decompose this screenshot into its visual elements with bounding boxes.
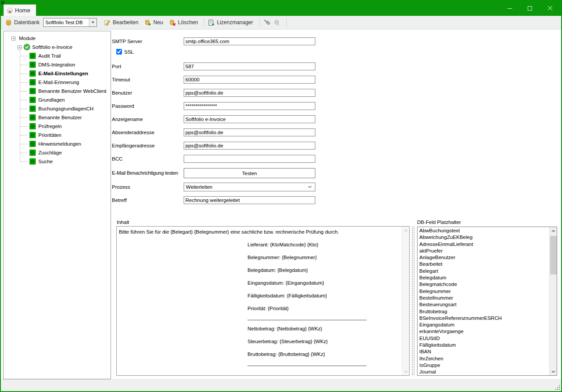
tree-item-e-mail-erinnerung[interactable]: E-Mail-Erinnerung bbox=[4, 78, 111, 87]
globe-button[interactable] bbox=[274, 19, 280, 26]
settings-form: SMTP Server SSL Port Timeout Benutzer Pa… bbox=[112, 30, 562, 379]
license-icon bbox=[208, 19, 214, 26]
list-item[interactable]: Belegmatchcode bbox=[418, 281, 549, 288]
tree-children: Audit TrailDMS-IntegrationE-Mail-Einstel… bbox=[4, 51, 111, 166]
list-item[interactable]: EUUStID bbox=[418, 335, 549, 342]
list-item[interactable]: AbweichungZuEKBeleg bbox=[418, 234, 549, 241]
chevron-down-icon bbox=[92, 22, 94, 23]
list-item[interactable]: Fälligkeitsdatum bbox=[418, 342, 549, 348]
bcc-input[interactable] bbox=[184, 155, 315, 163]
absenderaddresse-input[interactable] bbox=[184, 128, 315, 136]
tree-item-benannte-benutzer-webclient[interactable]: Benannte Benutzer WebClient bbox=[4, 87, 111, 95]
tree-item-prioritäten[interactable]: Prioritäten bbox=[4, 131, 111, 139]
window-corner-square bbox=[1, 1, 4, 4]
datenbank-combobox[interactable]: Softfolio Test DB bbox=[43, 18, 97, 27]
anzeigename-input[interactable] bbox=[184, 115, 315, 123]
module-gear-icon bbox=[30, 79, 36, 85]
neu-button[interactable]: Neu bbox=[144, 19, 163, 26]
tree-item-suche[interactable]: Suche bbox=[4, 157, 111, 166]
list-item[interactable]: AbwBuchungstext bbox=[418, 227, 549, 234]
scrollbar-thumb[interactable] bbox=[550, 236, 557, 275]
list-item[interactable]: Besteuerungsart bbox=[418, 301, 549, 308]
minimize-button[interactable] bbox=[499, 1, 520, 16]
placeholder-scrollbar[interactable] bbox=[549, 227, 557, 375]
list-item[interactable]: AnlageBenutzer bbox=[418, 254, 549, 261]
list-item[interactable]: Journal bbox=[418, 369, 549, 375]
scroll-up-icon[interactable] bbox=[550, 227, 557, 234]
toolbar-separator bbox=[204, 18, 204, 27]
list-item[interactable]: Bearbeitet bbox=[418, 261, 549, 267]
list-item[interactable]: BSeInvoiceReferenznummerESRCH bbox=[418, 315, 549, 322]
inhalt-textarea[interactable]: Bitte führen Sie für die {Belegart} {Bel… bbox=[116, 226, 410, 376]
tree-group-label: Softfolio e-Invoice bbox=[32, 44, 72, 50]
scroll-down-icon[interactable] bbox=[550, 368, 557, 375]
tree-item-audit-trail[interactable]: Audit Trail bbox=[4, 51, 111, 60]
loeschen-button[interactable]: Löschen bbox=[169, 19, 198, 26]
ssl-checkbox[interactable] bbox=[116, 49, 122, 55]
testen-button[interactable]: Testen bbox=[184, 168, 315, 178]
benutzer-label: Benutzer bbox=[112, 90, 132, 95]
titlebar: Home bbox=[1, 1, 561, 16]
list-item[interactable]: Bruttobetrag bbox=[418, 308, 549, 315]
tree-item-zuschläge[interactable]: Zuschläge bbox=[4, 148, 111, 157]
prozess-label: Prozess bbox=[112, 184, 130, 190]
ssl-checkbox-row[interactable]: SSL bbox=[116, 49, 134, 55]
tree-item-label: BuchungsgrundlagenCH bbox=[38, 106, 93, 111]
password-input[interactable] bbox=[184, 102, 315, 110]
tree-item-hinweismeldungen[interactable]: Hinweismeldungen bbox=[4, 139, 111, 148]
smtp-server-input[interactable] bbox=[184, 37, 315, 45]
tab-home[interactable]: Home bbox=[4, 4, 36, 16]
inhalt-scrollbar[interactable] bbox=[402, 227, 409, 375]
empfaengeradresse-input[interactable] bbox=[184, 142, 315, 150]
collapse-icon[interactable] bbox=[11, 37, 15, 40]
content-line: Bruttobetrag: {Bruttobetrag} {WKz} bbox=[119, 352, 400, 364]
list-item[interactable]: Belegdatum bbox=[418, 275, 549, 281]
tree-item-benannte-benutzer[interactable]: Benannte Benutzer bbox=[4, 113, 111, 122]
tree-item-module[interactable]: Module bbox=[4, 34, 111, 43]
collapse-icon[interactable] bbox=[18, 45, 22, 49]
maximize-button[interactable] bbox=[520, 1, 540, 16]
tree-item-label: Suche bbox=[38, 159, 53, 164]
tree-item-buchungsgrundlagench[interactable]: BuchungsgrundlagenCH bbox=[4, 104, 111, 113]
chevron-down-icon bbox=[306, 186, 313, 188]
list-item[interactable]: erkannteVorgaenge bbox=[418, 328, 549, 335]
module-gear-icon bbox=[30, 106, 36, 112]
tree-item-e-mail-einstellungen[interactable]: E-Mail-Einstellungen bbox=[4, 69, 111, 78]
list-item[interactable]: Eingangsdatum bbox=[418, 322, 549, 328]
splitter-handle[interactable] bbox=[411, 226, 414, 376]
list-item[interactable]: IsGruppe bbox=[418, 362, 549, 369]
list-item[interactable]: aktPruefer bbox=[418, 248, 549, 254]
close-icon bbox=[547, 6, 553, 11]
db-feld-platzhalter-listbox[interactable]: AbwBuchungstextAbweichungZuEKBelegAdress… bbox=[417, 227, 557, 376]
list-item[interactable]: Belegart bbox=[418, 268, 549, 275]
module-gear-icon bbox=[30, 62, 36, 68]
module-gear-icon bbox=[30, 114, 36, 121]
tree-item-label: DMS-Integration bbox=[38, 62, 75, 67]
tree-item-grundlagen[interactable]: Grundlagen bbox=[4, 95, 111, 104]
datenbank-combobox-dropdown-button[interactable] bbox=[89, 18, 96, 26]
tree-item-dms-integration[interactable]: DMS-Integration bbox=[4, 60, 111, 69]
email-test-label: E-Mail Benachrichtigung testen bbox=[112, 170, 178, 176]
list-item[interactable]: IBAN bbox=[418, 348, 549, 355]
resize-grip-icon[interactable] bbox=[555, 385, 560, 390]
bearbeiten-button[interactable]: Bearbeiten bbox=[104, 19, 138, 26]
tools-button[interactable] bbox=[263, 19, 270, 26]
close-button[interactable] bbox=[540, 1, 560, 16]
list-item[interactable]: IhrZeichen bbox=[418, 355, 549, 362]
scroll-down-icon[interactable] bbox=[402, 368, 410, 375]
prozess-select[interactable]: Weiterleiten bbox=[184, 183, 315, 191]
lizenzmanager-button[interactable]: Lizenzmanager bbox=[208, 19, 253, 26]
port-input[interactable] bbox=[184, 62, 315, 70]
scroll-up-icon[interactable] bbox=[402, 227, 410, 234]
list-item[interactable]: AdresseEinmalLieferant bbox=[418, 241, 549, 248]
window-controls bbox=[499, 1, 560, 16]
globe-icon bbox=[274, 19, 280, 26]
list-item[interactable]: Belegnummer bbox=[418, 288, 549, 295]
list-item[interactable]: Bestellnummer bbox=[418, 295, 549, 301]
timeout-input[interactable] bbox=[184, 76, 315, 84]
datenbank-combobox-value: Softfolio Test DB bbox=[44, 20, 89, 25]
benutzer-input[interactable] bbox=[184, 89, 315, 97]
bearbeiten-label: Bearbeiten bbox=[113, 19, 138, 26]
tree-item-prüfregeln[interactable]: Prüfregeln bbox=[4, 122, 111, 131]
betreff-input[interactable] bbox=[184, 196, 315, 204]
